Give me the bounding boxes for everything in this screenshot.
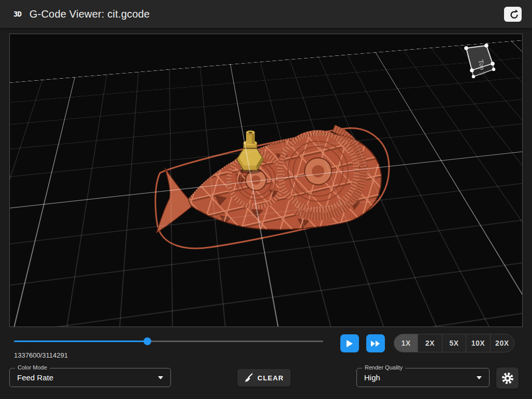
speed-2x[interactable]: 2X (418, 334, 441, 352)
build-plate-grid (9, 34, 523, 106)
color-mode-value: Feed Rate (17, 368, 53, 387)
caret-down-icon (158, 376, 163, 379)
speed-10x[interactable]: 10X (466, 334, 490, 352)
viewport-canvas[interactable]: Top Left (9, 34, 523, 327)
reset-view-icon (508, 9, 518, 19)
3d-logo-icon: 3D (13, 10, 21, 18)
page-title: G-Code Viewer: cit.gcode (30, 8, 150, 20)
gear-icon (501, 372, 514, 385)
progress-counter: 1337600/3114291 (14, 351, 68, 359)
broom-icon (244, 373, 253, 382)
caret-down-icon (477, 376, 482, 379)
whale-tail (156, 168, 193, 233)
speed-1x[interactable]: 1X (394, 334, 418, 352)
slider-thumb[interactable] (143, 337, 151, 345)
clear-button-label: CLEAR (257, 374, 284, 382)
playback-slider[interactable] (14, 336, 323, 346)
render-quality-select[interactable]: Render Quality High (356, 368, 490, 387)
settings-button[interactable] (496, 367, 519, 389)
gcode-model-whale (142, 117, 401, 272)
color-mode-select[interactable]: Color Mode Feed Rate (9, 368, 171, 387)
clear-button[interactable]: CLEAR (237, 369, 291, 387)
speed-20x[interactable]: 20X (490, 334, 514, 352)
play-icon (346, 339, 353, 348)
view-cube-left-label: Left (479, 71, 486, 76)
play-button[interactable] (340, 334, 359, 352)
gcode-viewer-app: 3D G-Code Viewer: cit.gcode (0, 0, 532, 399)
orientation-cube[interactable]: Top Left (461, 36, 508, 84)
fast-forward-icon (370, 340, 381, 347)
render-quality-value: High (364, 368, 380, 387)
speed-selector: 1X 2X 5X 10X 20X (394, 334, 514, 352)
header-bar: 3D G-Code Viewer: cit.gcode (0, 0, 532, 28)
slider-fill (14, 341, 147, 342)
fast-forward-button[interactable] (366, 334, 385, 352)
speed-5x[interactable]: 5X (442, 334, 466, 352)
reset-view-button[interactable] (504, 7, 522, 22)
